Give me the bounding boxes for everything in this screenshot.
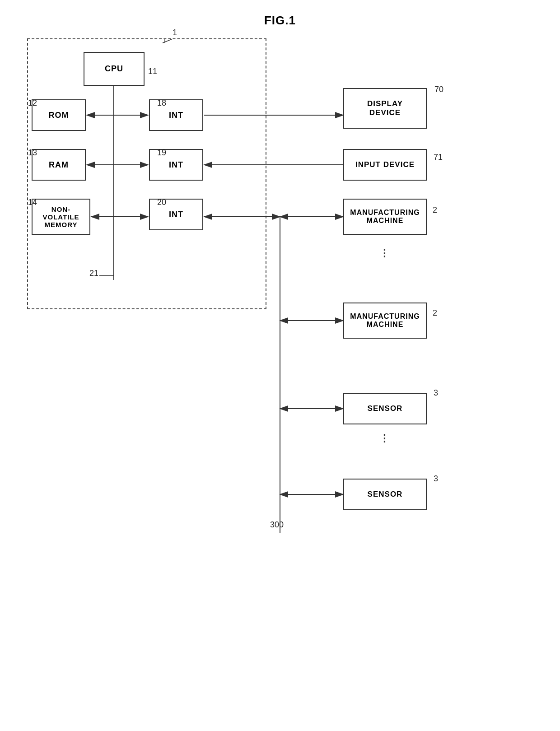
cpu-block: CPU bbox=[84, 52, 145, 86]
mfg-machine-2-block: MANUFACTURING MACHINE bbox=[343, 303, 427, 339]
mfg-machine-1-block: MANUFACTURING MACHINE bbox=[343, 199, 427, 235]
ref-int1: 18 bbox=[157, 98, 166, 108]
display-device-block: DISPLAY DEVICE bbox=[343, 88, 427, 129]
sensor-2-block: SENSOR bbox=[343, 479, 427, 510]
rom-block: ROM bbox=[32, 99, 86, 131]
ref-ram: 13 bbox=[28, 148, 37, 158]
ref-bus: 21 bbox=[89, 269, 98, 278]
input-device-block: INPUT DEVICE bbox=[343, 149, 427, 181]
nvm-block: NON- VOLATILE MEMORY bbox=[32, 199, 90, 235]
ref-nvm: 14 bbox=[28, 198, 37, 207]
diagram-container: FIG.1 1 CPU 11 ROM 12 RAM 13 NON- VOLATI… bbox=[0, 0, 560, 731]
ref-int3: 20 bbox=[157, 198, 166, 207]
ref-rom: 12 bbox=[28, 98, 37, 108]
ref-mfg1: 2 bbox=[433, 205, 437, 215]
ref-bus-300: 300 bbox=[270, 520, 284, 530]
ref-int2: 19 bbox=[157, 148, 166, 158]
sensor-1-block: SENSOR bbox=[343, 393, 427, 424]
ref-display: 70 bbox=[434, 85, 443, 94]
ref-main-unit: 1 bbox=[173, 28, 177, 37]
dots-sensor: ⋮ bbox=[379, 433, 389, 444]
ram-block: RAM bbox=[32, 149, 86, 181]
dots-mfg: ⋮ bbox=[379, 247, 389, 259]
ref-sensor1: 3 bbox=[434, 388, 438, 398]
ref-sensor2: 3 bbox=[434, 474, 438, 484]
ref-cpu: 11 bbox=[148, 67, 157, 76]
ref-input: 71 bbox=[434, 153, 443, 162]
ref-mfg2: 2 bbox=[433, 308, 437, 318]
figure-title: FIG.1 bbox=[264, 14, 296, 28]
